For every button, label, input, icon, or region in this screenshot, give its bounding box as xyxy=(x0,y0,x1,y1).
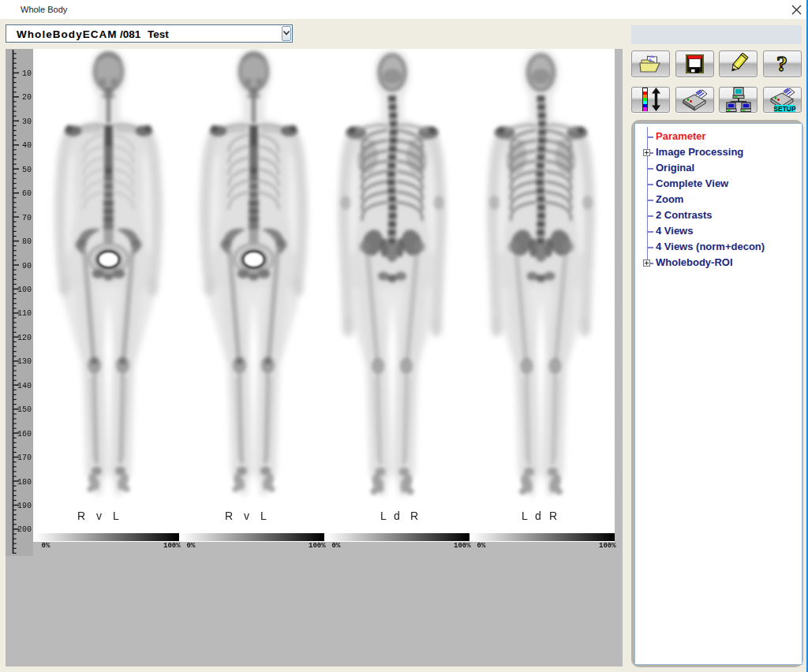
svg-text:40: 40 xyxy=(22,141,32,150)
svg-text:160: 160 xyxy=(17,430,32,439)
svg-text:180: 180 xyxy=(17,478,32,487)
svg-text:190: 190 xyxy=(17,502,32,510)
svg-text:120: 120 xyxy=(17,334,32,342)
svg-text:20: 20 xyxy=(22,93,32,102)
svg-text:150: 150 xyxy=(17,405,32,414)
svg-text:90: 90 xyxy=(22,262,32,271)
svg-text:30: 30 xyxy=(22,118,32,126)
svg-text:?: ? xyxy=(776,53,787,75)
svg-text:80: 80 xyxy=(22,237,32,246)
svg-text:70: 70 xyxy=(22,214,32,222)
svg-text:140: 140 xyxy=(17,382,32,390)
svg-text:100: 100 xyxy=(17,286,32,294)
svg-text:10: 10 xyxy=(22,69,32,78)
svg-text:60: 60 xyxy=(22,189,32,198)
svg-text:110: 110 xyxy=(17,309,32,318)
svg-text:SETUP: SETUP xyxy=(773,105,796,113)
svg-text:170: 170 xyxy=(17,454,32,462)
svg-text:200: 200 xyxy=(17,525,32,534)
svg-text:130: 130 xyxy=(17,357,32,366)
svg-text:50: 50 xyxy=(22,166,32,174)
